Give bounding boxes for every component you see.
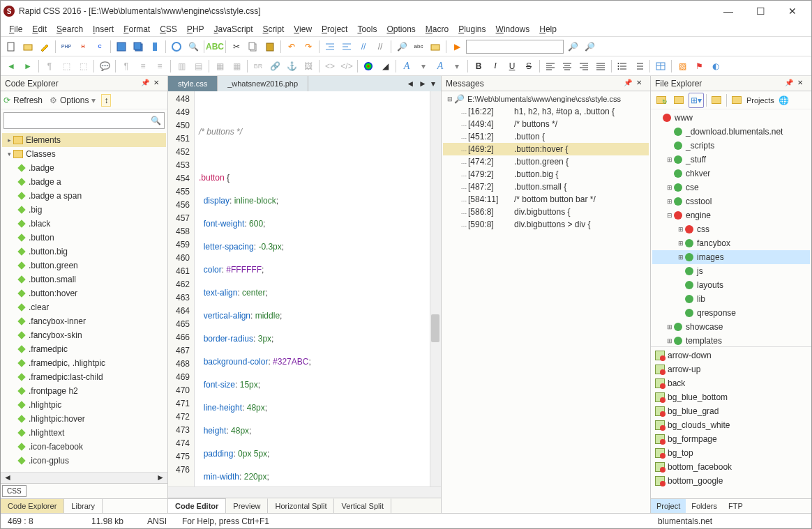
menu-php[interactable]: PHP	[183, 23, 209, 36]
fe-tab-folders[interactable]: Folders	[686, 499, 723, 513]
align-right-icon[interactable]	[576, 59, 592, 74]
class-item[interactable]: .button:hover	[2, 286, 166, 300]
menu-search[interactable]: Search	[52, 23, 87, 36]
br-icon[interactable]: BR	[250, 59, 266, 74]
tab-preview[interactable]: Preview	[226, 498, 268, 513]
projects-label[interactable]: Projects	[746, 96, 774, 105]
folder-node[interactable]: ⊞showcase	[652, 320, 810, 334]
comment-icon[interactable]: //	[356, 39, 371, 54]
class-item[interactable]: .clear	[2, 300, 166, 314]
message-row[interactable]: …[474:2].button.green {	[443, 155, 649, 168]
editor-vscroll[interactable]	[430, 91, 441, 486]
class-item[interactable]: .button	[2, 231, 166, 245]
split2-icon[interactable]: ▤	[190, 59, 206, 74]
tab-menu-icon[interactable]: ▾	[431, 79, 435, 89]
find-replace-icon[interactable]: abc	[411, 39, 426, 54]
copy-icon[interactable]	[246, 39, 261, 54]
close-panel-icon[interactable]: ✕	[636, 79, 646, 89]
explorer-search-input[interactable]	[4, 114, 148, 127]
uncomment-icon[interactable]: //	[373, 39, 388, 54]
menu-script[interactable]: Script	[259, 23, 289, 36]
file-item[interactable]: back	[652, 376, 810, 390]
refresh-icon[interactable]: ⟳	[3, 95, 10, 105]
tab-code-explorer[interactable]: Code Explorer	[1, 499, 64, 513]
menu-options[interactable]: Options	[382, 23, 419, 36]
file-item[interactable]: bg_top	[652, 446, 810, 460]
class-item[interactable]: .big	[2, 203, 166, 217]
class-item[interactable]: .button.green	[2, 259, 166, 273]
list-ul-icon[interactable]: ≡	[152, 59, 167, 74]
sort-icon[interactable]: ↕	[101, 94, 111, 107]
pin-icon[interactable]: 📌	[624, 79, 633, 89]
folder-tree[interactable]: www_download.blumentals.net_scripts⊞_stu…	[651, 109, 811, 346]
preview-icon[interactable]	[169, 39, 184, 54]
file-item[interactable]: arrow-down	[652, 348, 810, 362]
code-editor[interactable]: 4484494504514524534544554564574584594604…	[168, 91, 441, 486]
fe-view-icon[interactable]: ⊞▾	[689, 93, 704, 108]
messages-list[interactable]: ⊟🔎E:\Web\blumentals\www\engine\css\style…	[442, 91, 650, 513]
find-icon[interactable]: 🔎	[394, 39, 409, 54]
edit-icon[interactable]	[37, 39, 52, 54]
table3-icon[interactable]	[653, 59, 668, 74]
menu-project[interactable]: Project	[317, 23, 352, 36]
run-icon[interactable]: ▶	[449, 39, 465, 54]
tab-hsplit[interactable]: Horizontal Split	[268, 498, 334, 513]
class-item[interactable]: .framedpic, .hlightpic	[2, 356, 166, 370]
strike-icon[interactable]: S	[521, 59, 536, 74]
search-icon[interactable]: 🔍	[148, 116, 164, 125]
speech-icon[interactable]: 💬	[97, 59, 112, 74]
fe-tab-ftp[interactable]: FTP	[723, 499, 749, 513]
file-list[interactable]: arrow-downarrow-upbackbg_blue_bottombg_b…	[651, 346, 811, 498]
menu-format[interactable]: Format	[119, 23, 154, 36]
message-row[interactable]: …[449:4]/* buttons */	[443, 118, 649, 130]
file-item[interactable]: bg_clouds_white	[652, 418, 810, 432]
folder-node[interactable]: ⊞templates	[652, 334, 810, 346]
list1-icon[interactable]	[615, 59, 630, 74]
anchor-icon[interactable]: ⚓	[284, 59, 299, 74]
forward-icon[interactable]: ►	[20, 59, 36, 74]
class-item[interactable]: .fancybox-skin	[2, 328, 166, 342]
folder-node[interactable]: qresponse	[652, 306, 810, 320]
file-item[interactable]: bg_blue_grad	[652, 404, 810, 418]
file-item[interactable]: arrow-up	[652, 362, 810, 376]
align-left-icon[interactable]	[543, 59, 558, 74]
flag-icon[interactable]: ⚑	[691, 59, 707, 74]
italic-icon[interactable]: I	[488, 59, 503, 74]
tab-prev-icon[interactable]: ◄	[406, 79, 414, 89]
tag2-icon[interactable]: ⬚	[59, 59, 74, 74]
paste-icon[interactable]	[262, 39, 278, 54]
class-item[interactable]: .hlightpic	[2, 398, 166, 412]
tab-vsplit[interactable]: Vertical Split	[334, 498, 391, 513]
font-a2-icon[interactable]: A	[433, 59, 448, 74]
save-icon[interactable]	[114, 39, 129, 54]
menu-view[interactable]: View	[290, 23, 316, 36]
menu-insert[interactable]: Insert	[89, 23, 118, 36]
validate-icon[interactable]: ABC	[207, 39, 223, 54]
close-panel-icon[interactable]: ✕	[797, 79, 807, 89]
menu-file[interactable]: File	[5, 23, 27, 36]
class-item[interactable]: .icon-facebook	[2, 440, 166, 454]
save-all-icon[interactable]	[130, 39, 146, 54]
folder-node[interactable]: _download.blumentals.net	[652, 125, 810, 139]
fe-tab-project[interactable]: Project	[651, 499, 686, 513]
file-item[interactable]: bg_formpage	[652, 432, 810, 446]
menu-help[interactable]: Help	[535, 23, 561, 36]
refresh-label[interactable]: Refresh	[13, 95, 43, 105]
doc-tab-whatsnew[interactable]: _whatsnew2016.php	[218, 76, 308, 91]
menu-windows[interactable]: Windows	[492, 23, 534, 36]
doc-tab-style[interactable]: style.css	[168, 76, 218, 91]
find-files-icon[interactable]	[428, 39, 443, 54]
folder-node[interactable]: js	[652, 264, 810, 278]
menu-plugins[interactable]: Plugins	[454, 23, 490, 36]
align-justify-icon[interactable]	[593, 59, 608, 74]
open-icon[interactable]	[20, 39, 36, 54]
search-opts-icon[interactable]: 🔎	[582, 39, 597, 54]
menu-css[interactable]: CSS	[156, 23, 181, 36]
class-tree[interactable]: ▸Elements ▾Classes .badge.badge a.badge …	[1, 132, 167, 472]
folder-node[interactable]: ⊞csstool	[652, 194, 810, 208]
tab-library[interactable]: Library	[64, 499, 103, 513]
class-item[interactable]: .hlightpic:hover	[2, 412, 166, 426]
message-row[interactable]: …[451:2].button {	[443, 130, 649, 143]
message-row[interactable]: …[16:22]h1, h2, h3, #top a, .button {	[443, 105, 649, 118]
link-icon[interactable]: 🔗	[267, 59, 283, 74]
